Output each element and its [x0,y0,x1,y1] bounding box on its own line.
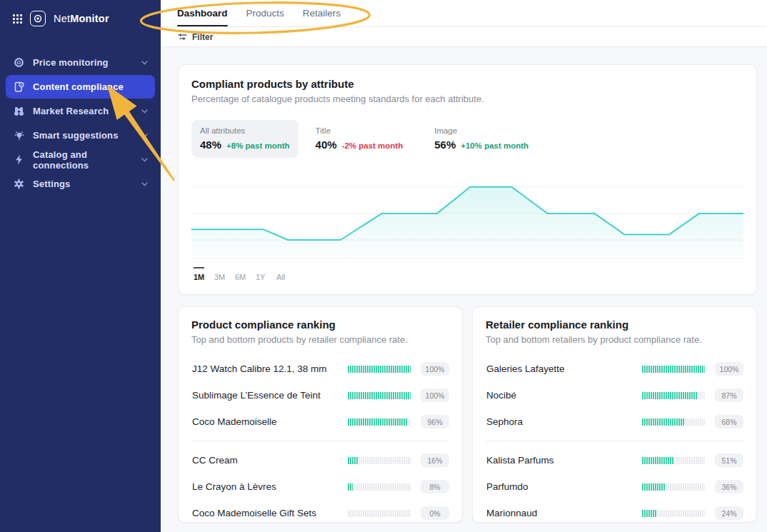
retailer-name: Nocibé [486,390,642,401]
chevron-down-icon [141,182,148,186]
table-row[interactable]: Sephora 68% [486,408,743,435]
range-3m[interactable]: 3M [214,267,226,281]
pct-badge: 16% [421,453,449,467]
tab-label: Products [246,8,284,19]
compliance-bar [642,366,705,373]
compliance-bar [348,510,411,517]
product-ranking-card: Product compliance ranking Top and botto… [178,306,463,523]
stat-value: 40% [316,139,337,151]
sidebar-item-catalog-connections[interactable]: Catalog and connections [6,148,155,171]
gear-icon [13,178,25,190]
product-name: Sublimage L’Essence de Teint [191,390,348,401]
pct-badge: 100% [715,362,743,376]
compliance-bar [348,366,411,373]
compliance-bar [642,392,705,399]
sidebar-item-label: Content compliance [33,81,124,92]
compliance-bar [348,418,411,426]
product-name: Coco Mademoiselle Gift Sets [191,508,348,518]
pct-badge: 96% [421,415,449,428]
brand-row: NetMonitor [0,0,161,36]
retailer-name: Sephora [486,416,642,427]
range-6m[interactable]: 6M [235,267,246,281]
stat-label: Title [316,126,403,135]
compliance-chart-svg [191,176,743,259]
range-selector: 1M 3M 6M 1Y All [191,267,743,281]
stat-delta: +8% past month [226,141,290,150]
product-name: Coco Mademoiselle [191,416,348,427]
retailer-name: Marionnaud [486,508,642,518]
stat-label: All attributes [200,126,290,135]
retailer-name: Kalista Parfums [486,455,642,466]
stat-value: 48% [200,139,221,151]
stat-label: Image [434,126,528,135]
compliance-bar [642,510,705,517]
bolt-icon [13,154,25,166]
sidebar-item-market-research[interactable]: Market Research [6,99,155,123]
sidebar-item-label: Smart suggestions [33,130,119,141]
sidebar: NetMonitor Price monitoring Content comp… [0,0,161,532]
stat-title[interactable]: Title 40%-2% past month [307,120,412,158]
table-row[interactable]: Marionnaud 24% [486,500,743,526]
table-row[interactable]: Galeries Lafayette 100% [486,356,743,382]
card-title: Compliant products by attribute [191,78,743,90]
table-row[interactable]: Sublimage L’Essence de Teint 100% [191,382,449,408]
pct-badge: 68% [715,415,743,428]
retailer-name: Parfumdo [486,481,642,492]
tabbar: Dashboard Products Retailers [161,0,767,27]
table-row[interactable]: Kalista Parfums 51% [486,447,743,473]
range-all[interactable]: All [276,267,288,281]
chevron-down-icon [141,158,148,162]
sidebar-item-label: Catalog and connections [33,149,134,171]
sidebar-item-settings[interactable]: Settings [6,172,155,196]
pct-badge: 51% [715,453,743,467]
attribute-compliance-card: Compliant products by attribute Percenta… [178,64,757,295]
table-row[interactable]: J12 Watch Calibre 12.1, 38 mm 100% [191,356,449,382]
tab-products[interactable]: Products [246,0,284,26]
tab-retailers[interactable]: Retailers [303,0,341,26]
tab-dashboard[interactable]: Dashboard [177,0,228,26]
sidebar-item-content-compliance[interactable]: Content compliance [6,75,155,99]
compliance-bar [348,483,411,491]
pct-badge: 36% [715,480,743,493]
compliance-chart [191,176,743,259]
table-row[interactable]: Le Crayon à Lèvres 8% [191,473,449,500]
pct-badge: 87% [715,388,743,402]
retailer-ranking-card: Retailer compliance ranking Top and bott… [472,306,757,523]
filter-bar: Filter [161,27,767,47]
filter-button[interactable]: Filter [192,32,213,42]
divider [486,441,743,441]
chevron-down-icon [141,134,148,138]
tab-label: Retailers [303,8,341,19]
card-title: Product compliance ranking [191,318,449,331]
stat-all-attributes[interactable]: All attributes 48%+8% past month [191,120,299,158]
lightbulb-icon [13,129,25,141]
retailer-rank-list: Galeries Lafayette 100% Nocibé 87% Sepho… [486,356,743,526]
table-row[interactable]: Coco Mademoiselle 96% [191,408,449,435]
card-title: Retailer compliance ranking [486,318,743,331]
apps-grid-icon[interactable] [13,14,22,24]
card-subtitle: Percentage of catalogue products meeting… [191,94,743,104]
stat-value: 56% [434,139,456,151]
card-subtitle: Top and bottom retailers by product comp… [486,334,743,345]
sidebar-item-smart-suggestions[interactable]: Smart suggestions [6,124,155,147]
table-row[interactable]: CC Cream 16% [191,447,449,473]
table-row[interactable]: Nocibé 87% [486,382,743,408]
table-row[interactable]: Coco Mademoiselle Gift Sets 0% [191,500,449,526]
compliance-bar [348,457,411,464]
ranking-cards-row: Product compliance ranking Top and botto… [178,306,757,523]
compliance-bar [642,483,705,491]
pct-badge: 24% [715,506,743,520]
range-1m[interactable]: 1M [194,267,205,281]
target-icon [13,56,25,69]
filter-icon [178,31,187,44]
range-1y[interactable]: 1Y [256,267,267,281]
sidebar-item-price-monitoring[interactable]: Price monitoring [6,51,155,74]
stat-image[interactable]: Image 56%+10% past month [426,120,537,158]
stats-row: All attributes 48%+8% past month Title 4… [191,120,743,158]
sidebar-item-label: Market Research [33,106,109,116]
table-row[interactable]: Parfumdo 36% [486,473,743,500]
pct-badge: 100% [421,362,449,376]
stat-delta: +10% past month [461,141,528,150]
compliance-bar [642,418,705,426]
product-name: CC Cream [191,455,348,466]
